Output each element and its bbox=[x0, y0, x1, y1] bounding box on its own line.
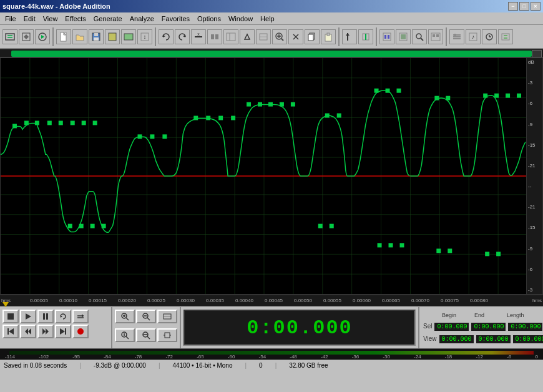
menu-favorites[interactable]: Favorites bbox=[158, 14, 193, 24]
svg-rect-120 bbox=[68, 224, 72, 228]
menu-file[interactable]: File bbox=[1, 14, 20, 24]
svg-rect-17 bbox=[211, 34, 214, 39]
toolbar-btn-10[interactable] bbox=[240, 29, 255, 44]
toolbar-btn-copy[interactable] bbox=[305, 29, 320, 44]
zoom-in-v-button[interactable] bbox=[115, 328, 135, 342]
level-tick--65: -65 bbox=[197, 354, 204, 360]
zoom-fit-button[interactable] bbox=[157, 310, 177, 323]
level-tick--42: -42 bbox=[321, 354, 328, 360]
svg-rect-0 bbox=[6, 34, 14, 40]
db-label-center: -- bbox=[528, 184, 541, 189]
toolbar-btn-8[interactable] bbox=[207, 29, 222, 44]
toolbar-new[interactable] bbox=[56, 29, 71, 44]
toolbar-open[interactable] bbox=[72, 29, 87, 44]
svg-rect-110 bbox=[337, 114, 341, 118]
toolbar-btn-3[interactable] bbox=[35, 29, 50, 44]
svg-rect-117 bbox=[494, 94, 499, 98]
toolbar-btn-16[interactable] bbox=[396, 29, 411, 44]
svg-rect-41 bbox=[401, 34, 406, 39]
time-marker-16: 0.00080 bbox=[470, 298, 488, 303]
toolbar-btn-15[interactable] bbox=[379, 29, 394, 44]
toolbar-save[interactable] bbox=[89, 29, 104, 44]
scrollbar-track[interactable] bbox=[11, 51, 532, 57]
svg-rect-165 bbox=[165, 333, 170, 338]
level-tick--84: -84 bbox=[104, 354, 111, 360]
zoom-out-h-button[interactable] bbox=[136, 310, 156, 323]
menu-window[interactable]: Window bbox=[225, 14, 257, 24]
loop-button[interactable] bbox=[55, 310, 71, 323]
svg-rect-114 bbox=[434, 96, 439, 100]
zoom-sel-button[interactable] bbox=[157, 328, 177, 342]
toolbar-btn-cut[interactable] bbox=[288, 29, 303, 44]
close-button[interactable]: × bbox=[531, 2, 541, 11]
svg-rect-92 bbox=[47, 120, 52, 125]
zoom-in-h-button[interactable] bbox=[115, 310, 135, 323]
toolbar-search[interactable] bbox=[412, 29, 427, 44]
toolbar: ↕ x bbox=[0, 25, 543, 49]
repeat-button[interactable] bbox=[72, 310, 89, 323]
svg-point-42 bbox=[416, 34, 421, 39]
svg-rect-56 bbox=[502, 34, 509, 40]
play-button[interactable] bbox=[20, 310, 36, 323]
waveform-display[interactable]: dB -3 -6 -9 -15 -21 -- -21 -15 -9 -6 -3 bbox=[0, 57, 543, 295]
waveform-scrollbar[interactable] bbox=[0, 49, 543, 57]
time-marker-13: 0.00065 bbox=[382, 298, 400, 303]
toolbar-btn-2[interactable] bbox=[19, 29, 34, 44]
time-cursor-marker[interactable] bbox=[2, 302, 9, 307]
toolbar-redo[interactable] bbox=[175, 29, 190, 44]
toolbar-btn-21[interactable] bbox=[498, 29, 513, 44]
toolbar-btn-13[interactable] bbox=[342, 29, 357, 44]
toolbar-btn-6[interactable]: ↕ bbox=[137, 29, 152, 44]
time-info-headers: Begin End Length bbox=[423, 312, 539, 318]
menu-edit[interactable]: Edit bbox=[20, 14, 39, 24]
toolbar-btn-9[interactable] bbox=[223, 29, 238, 44]
toolbar-sep-5 bbox=[446, 27, 447, 46]
to-start-button[interactable] bbox=[2, 325, 19, 338]
toolbar-btn-1[interactable] bbox=[2, 29, 17, 44]
status-format: 44100 • 16-bit • Mono bbox=[173, 362, 233, 369]
minimize-button[interactable]: − bbox=[508, 2, 518, 11]
time-label-hms-right: hms bbox=[532, 298, 542, 303]
toolbar-btn-4[interactable] bbox=[105, 29, 120, 44]
stop-button[interactable] bbox=[2, 310, 19, 323]
toolbar-btn-20[interactable] bbox=[482, 29, 497, 44]
svg-rect-89 bbox=[12, 124, 17, 128]
toolbar-btn-19[interactable]: ♪ bbox=[466, 29, 481, 44]
fast-forward-button[interactable] bbox=[37, 325, 54, 338]
record-button[interactable] bbox=[72, 325, 89, 338]
svg-line-163 bbox=[147, 336, 150, 339]
menu-options[interactable]: Options bbox=[193, 14, 225, 24]
transport-row-2 bbox=[2, 325, 109, 338]
toolbar-btn-paste[interactable] bbox=[321, 29, 336, 44]
level-tick--48: -48 bbox=[290, 354, 297, 360]
zoom-out-v-button[interactable] bbox=[136, 328, 156, 342]
svg-marker-13 bbox=[163, 35, 165, 37]
svg-marker-14 bbox=[183, 35, 185, 37]
rewind-button[interactable] bbox=[20, 325, 36, 338]
svg-rect-106 bbox=[268, 102, 273, 107]
toolbar-btn-18[interactable] bbox=[449, 29, 464, 44]
toolbar-btn-14[interactable] bbox=[358, 29, 373, 44]
svg-rect-101 bbox=[206, 116, 210, 120]
svg-marker-140 bbox=[82, 314, 84, 318]
menu-effects[interactable]: Effects bbox=[61, 14, 89, 24]
maximize-button[interactable]: □ bbox=[519, 2, 529, 11]
svg-line-151 bbox=[126, 318, 129, 320]
svg-rect-94 bbox=[71, 120, 75, 125]
view-label: View bbox=[423, 335, 437, 343]
toolbar-btn-11[interactable] bbox=[256, 29, 271, 44]
menu-generate[interactable]: Generate bbox=[90, 14, 126, 24]
level-tick--24: -24 bbox=[414, 354, 421, 360]
pause-button[interactable] bbox=[37, 310, 54, 323]
toolbar-btn-7[interactable]: x bbox=[191, 29, 206, 44]
time-marker-5: 0.00025 bbox=[147, 298, 165, 303]
db-label-21top: -21 bbox=[528, 163, 541, 169]
menu-help[interactable]: Help bbox=[257, 14, 278, 24]
menu-analyze[interactable]: Analyze bbox=[126, 14, 158, 24]
toolbar-btn-12[interactable] bbox=[272, 29, 287, 44]
toolbar-btn-17[interactable] bbox=[428, 29, 443, 44]
toolbar-undo[interactable] bbox=[159, 29, 174, 44]
to-end-button[interactable] bbox=[55, 325, 71, 338]
menu-view[interactable]: View bbox=[39, 14, 62, 24]
toolbar-btn-5[interactable] bbox=[121, 29, 136, 44]
